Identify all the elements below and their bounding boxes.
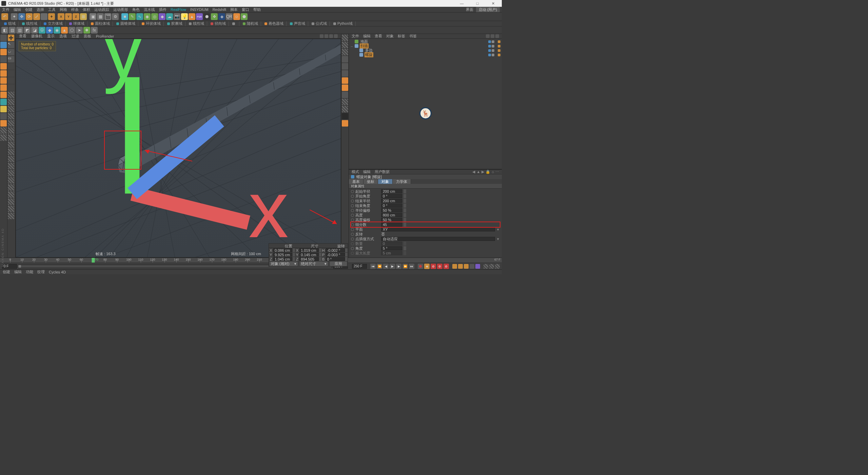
- menu-item[interactable]: 样条: [71, 7, 79, 12]
- obj-view-icon[interactable]: [495, 34, 499, 38]
- viewport-solo-icon[interactable]: [0, 99, 7, 105]
- attr-nav-fwd-icon[interactable]: ▶: [481, 170, 484, 174]
- attr-field[interactable]: 800 cm: [381, 213, 402, 217]
- hatch-3-icon[interactable]: [8, 106, 14, 112]
- undo-icon[interactable]: ↶: [1, 13, 8, 20]
- hatch-10-icon[interactable]: [8, 156, 14, 162]
- timeline-end-field[interactable]: 250 F: [352, 264, 367, 269]
- lasso-tool-icon[interactable]: ◡: [8, 49, 14, 55]
- generator-icon[interactable]: ◉: [144, 13, 151, 20]
- environment-icon[interactable]: ☁: [166, 13, 173, 20]
- menu-item[interactable]: 角色: [132, 7, 140, 12]
- win-maximize[interactable]: □: [472, 1, 483, 6]
- coord-system-icon[interactable]: ⊞: [80, 13, 87, 20]
- tool-l-icon[interactable]: ✱: [83, 27, 90, 34]
- viewport-menu-item[interactable]: ProRender: [96, 34, 114, 38]
- menu-item[interactable]: Redshift: [213, 7, 226, 12]
- attribute-tab[interactable]: 坐标: [363, 179, 378, 184]
- attr-field[interactable]: 0 °: [381, 204, 402, 208]
- vp-right-tool-icon[interactable]: [342, 56, 348, 62]
- vp-right-tool-icon[interactable]: [342, 77, 348, 84]
- attribute-tab[interactable]: 基本: [349, 179, 363, 184]
- vp-right-tool-icon[interactable]: [342, 35, 348, 41]
- attr-anim-dot-icon[interactable]: [351, 242, 354, 245]
- fields-tab[interactable]: Python域: [331, 21, 356, 26]
- move-tool-icon[interactable]: [8, 35, 14, 41]
- attr-nav-up-icon[interactable]: ▲: [476, 170, 480, 174]
- object-menu-item[interactable]: 查看: [375, 34, 382, 39]
- keyopt-b-icon[interactable]: ⊘: [437, 264, 442, 269]
- menu-item[interactable]: 流水线: [144, 7, 155, 12]
- object-flag-icon[interactable]: [488, 45, 491, 48]
- object-mode-icon[interactable]: [0, 42, 7, 48]
- coord-rot-field[interactable]: -0.003 °: [326, 253, 345, 256]
- texture-mode-icon[interactable]: [0, 49, 7, 55]
- viewport-menu-item[interactable]: 显示: [47, 34, 55, 39]
- plus-icon[interactable]: +: [48, 13, 55, 20]
- fields-tab[interactable]: 声音域: [287, 21, 308, 26]
- attr-field[interactable]: 0 °: [381, 194, 402, 198]
- record-icon[interactable]: [418, 264, 423, 269]
- object-tag-icon[interactable]: [498, 45, 500, 48]
- render-settings-icon[interactable]: ⚙: [112, 13, 119, 20]
- menu-item[interactable]: 体积: [83, 7, 90, 12]
- obj-search-icon[interactable]: [486, 34, 490, 38]
- coord-pos-field[interactable]: 1.045 cm: [273, 257, 292, 261]
- autokey-icon[interactable]: ◈: [424, 264, 430, 269]
- material-tab[interactable]: Cycles 4D: [49, 270, 66, 274]
- menu-item[interactable]: 网格: [60, 7, 67, 12]
- y-axis-lock-icon[interactable]: Y: [65, 13, 72, 20]
- vp-right-tool-icon[interactable]: [342, 113, 348, 119]
- model-mode-icon[interactable]: [0, 35, 7, 41]
- coord-size-field[interactable]: 894.505 cm: [299, 257, 318, 261]
- attr-opt-icon[interactable]: ⋯: [495, 170, 499, 174]
- timeline-opt-a-icon[interactable]: [484, 264, 488, 269]
- x-axis-lock-icon[interactable]: X: [58, 13, 64, 20]
- object-flag-icon[interactable]: [492, 49, 494, 52]
- attribute-tab[interactable]: 对象: [378, 179, 393, 184]
- timeline-playhead[interactable]: [92, 258, 95, 263]
- hatch-7-icon[interactable]: [8, 134, 14, 141]
- arrow-tool-icon[interactable]: ↖: [8, 42, 14, 48]
- spinner-icon[interactable]: [293, 253, 295, 256]
- fields-tab[interactable]: 径向域: [208, 21, 229, 26]
- fields-tab[interactable]: 线性域: [19, 21, 40, 26]
- attr-anim-dot-icon[interactable]: [351, 190, 354, 193]
- spinner-icon[interactable]: [293, 248, 295, 252]
- keyopt-a-icon[interactable]: ⊘: [431, 264, 436, 269]
- hatch-4-icon[interactable]: [8, 113, 14, 119]
- keysel-rot-icon[interactable]: [464, 264, 469, 269]
- material-tab[interactable]: 功能: [26, 269, 33, 274]
- character-icon[interactable]: ☺: [233, 13, 240, 20]
- move-icon[interactable]: ✥: [18, 13, 25, 20]
- timeline-ruler[interactable]: 0102030405060708090100110120130140150160…: [0, 258, 502, 263]
- spinner-icon[interactable]: [345, 253, 348, 256]
- attr-field[interactable]: 50 %: [381, 218, 402, 222]
- object-tag-icon[interactable]: [498, 54, 500, 56]
- viewport-menu-item[interactable]: 过滤: [72, 34, 79, 39]
- vp-right-tool-icon[interactable]: [342, 92, 348, 98]
- z-axis-lock-icon[interactable]: Z: [73, 13, 79, 20]
- spinner-icon[interactable]: [345, 257, 348, 261]
- spinner-icon[interactable]: [403, 189, 406, 193]
- primitive-cube-icon[interactable]: ■: [121, 13, 128, 20]
- attr-anim-dot-icon[interactable]: [351, 218, 354, 222]
- object-flag-icon[interactable]: [492, 45, 494, 48]
- spinner-icon[interactable]: [319, 253, 321, 256]
- hatch-15-icon[interactable]: [8, 191, 14, 198]
- attribute-menu-item[interactable]: 模式: [352, 170, 359, 174]
- rotate-icon[interactable]: ⟳: [26, 13, 33, 20]
- object-flag-icon[interactable]: [488, 49, 491, 52]
- tool-j-icon[interactable]: ⬡: [68, 27, 75, 34]
- dim-2-icon[interactable]: [8, 70, 14, 77]
- hatch-1-icon[interactable]: [8, 92, 14, 98]
- viewport-menu-item[interactable]: 查看: [19, 34, 26, 39]
- spinner-icon[interactable]: [403, 251, 406, 255]
- object-tree[interactable]: 地面–扫描多边螺旋: [349, 39, 502, 58]
- recent-tool-icon[interactable]: [41, 13, 47, 20]
- keysel-scl-icon[interactable]: [458, 264, 463, 269]
- tool-f-icon[interactable]: ⦿: [39, 27, 45, 34]
- object-flag-icon[interactable]: [492, 54, 494, 56]
- attr-anim-dot-icon[interactable]: [351, 247, 354, 250]
- dim-1-icon[interactable]: [8, 63, 14, 70]
